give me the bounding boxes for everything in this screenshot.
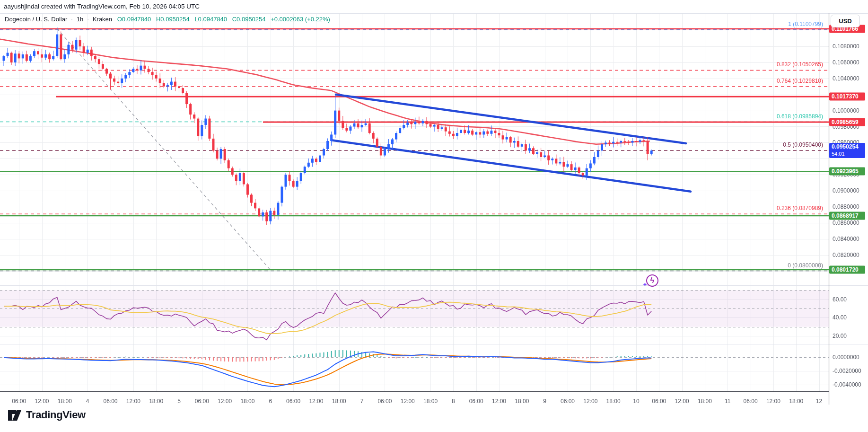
time-tick-label[interactable]: 11 <box>725 398 730 405</box>
fib-level-label: 0.618 (0.0985894) <box>777 113 823 120</box>
ohlc-high: H0.0950254 <box>156 16 190 23</box>
fib-level-label: 0.236 (0.0870989) <box>777 205 823 212</box>
time-tick-label[interactable]: 06:00 <box>469 398 483 405</box>
price-chart-canvas[interactable] <box>0 0 868 432</box>
tradingview-logo-icon <box>8 408 22 422</box>
time-tick-label[interactable]: 06:00 <box>12 398 26 405</box>
price-tick-label: 0.0820000 <box>833 252 859 258</box>
price-badge: 0.1017370 <box>829 93 865 101</box>
symbol-legend: Dogecoin / U. S. Dollar · 1h · Kraken O0… <box>5 16 330 23</box>
time-tick-label[interactable]: 18:00 <box>698 398 712 405</box>
exchange-label: Kraken <box>93 16 112 23</box>
price-tick-label: 0.1000000 <box>833 107 859 114</box>
tradingview-logo[interactable]: TradingView <box>8 408 86 422</box>
time-tick-label[interactable]: 06:00 <box>744 398 758 405</box>
time-tick-label[interactable]: 18:00 <box>423 398 438 405</box>
price-tick-label: 0.0880000 <box>833 203 859 210</box>
time-tick-label[interactable]: 06:00 <box>286 398 300 405</box>
price-tick-label: 0.0840000 <box>833 236 859 242</box>
tradingview-chart-window: aayushjindal created with TradingView.co… <box>0 0 868 432</box>
time-tick-label[interactable]: 8 <box>452 398 455 405</box>
time-tick-label[interactable]: 12:00 <box>35 398 49 405</box>
price-tick-label: 0.1040000 <box>833 75 859 82</box>
rsi-tick-label: 40.00 <box>833 314 847 321</box>
interval-label: 1h <box>77 16 83 23</box>
time-tick-label[interactable]: 06:00 <box>195 398 209 405</box>
time-tick-label[interactable]: 12:00 <box>583 398 597 405</box>
time-tick-label[interactable]: 18:00 <box>332 398 346 405</box>
price-tick-label: 0.0860000 <box>833 220 859 226</box>
bar-countdown: 54:01 <box>832 150 863 158</box>
flash-idea-marker[interactable]: ✦ ϟ <box>642 273 658 290</box>
time-tick-label[interactable]: 18:00 <box>149 398 163 405</box>
time-tick-label[interactable]: 06:00 <box>103 398 117 405</box>
time-tick-label[interactable]: 18:00 <box>515 398 529 405</box>
legend-separator: · <box>71 16 73 23</box>
time-tick-label[interactable]: 06:00 <box>652 398 666 405</box>
price-tick-label: 0.1080000 <box>833 43 859 50</box>
macd-tick-label: -0.0040000 <box>833 381 861 388</box>
fib-level-label: 1 (0.1100799) <box>788 21 823 27</box>
macd-tick-label: 0.0000000 <box>833 354 859 361</box>
time-tick-label[interactable]: 12:00 <box>309 398 323 405</box>
macd-tick-label: -0.0020000 <box>833 368 861 374</box>
rsi-tick-label: 60.00 <box>833 296 847 303</box>
time-tick-label[interactable]: 12:00 <box>766 398 780 405</box>
time-tick-label[interactable]: 18:00 <box>789 398 803 405</box>
price-badge: 0.0985659 <box>829 118 865 126</box>
time-tick-label[interactable]: 12:00 <box>218 398 232 405</box>
symbol-name: Dogecoin / U. S. Dollar <box>5 16 67 23</box>
rsi-tick-label: 20.00 <box>833 333 847 339</box>
time-tick-label[interactable]: 9 <box>543 398 546 405</box>
ohlc-close: C0.0950254 <box>232 16 266 23</box>
fib-level-label: 0.5 (0.0950400) <box>783 141 823 148</box>
price-badge: 0.0868917 <box>829 212 865 220</box>
time-tick-label[interactable]: 12:00 <box>492 398 506 405</box>
tradingview-logo-text: TradingView <box>26 409 86 421</box>
currency-usd-button[interactable]: USD <box>831 15 860 27</box>
price-badge: 0.0923965 <box>829 168 865 176</box>
time-tick-label[interactable]: 12:00 <box>401 398 415 405</box>
fib-level-label: 0.764 (0.1029810) <box>777 78 823 84</box>
time-tick-label[interactable]: 18:00 <box>58 398 72 405</box>
time-tick-label[interactable]: 6 <box>269 398 272 405</box>
ohlc-change: +0.0002063 (+0.22%) <box>271 16 330 23</box>
lightning-icon: ϟ <box>646 274 658 287</box>
time-tick-label[interactable]: 5 <box>177 398 181 405</box>
time-tick-label[interactable]: 12:00 <box>675 398 689 405</box>
fib-level-label: 0.832 (0.1050265) <box>777 61 823 68</box>
time-tick-label[interactable]: 06:00 <box>561 398 575 405</box>
time-tick-label[interactable]: 10 <box>633 398 639 405</box>
chart-credit-text: aayushjindal created with TradingView.co… <box>4 3 200 10</box>
time-tick-label[interactable]: 7 <box>360 398 364 405</box>
time-tick-label[interactable]: 12 <box>816 398 822 405</box>
fib-level-label: 0 (0.0800000) <box>788 262 823 269</box>
time-tick-label[interactable]: 18:00 <box>240 398 254 405</box>
price-tick-label: 0.0900000 <box>833 187 859 194</box>
price-badge: 0.0801720 <box>829 265 865 273</box>
time-tick-label[interactable]: 12:00 <box>126 398 140 405</box>
time-tick-label[interactable]: 4 <box>86 398 89 405</box>
ohlc-open: O0.0947840 <box>117 16 151 23</box>
ohlc-low: L0.0947840 <box>194 16 227 23</box>
price-badge: 0.095025454:01 <box>829 143 865 158</box>
price-tick-label: 0.1060000 <box>833 59 859 66</box>
time-tick-label[interactable]: 18:00 <box>606 398 621 405</box>
time-tick-label[interactable]: 06:00 <box>377 398 392 405</box>
legend-separator: · <box>87 16 89 23</box>
